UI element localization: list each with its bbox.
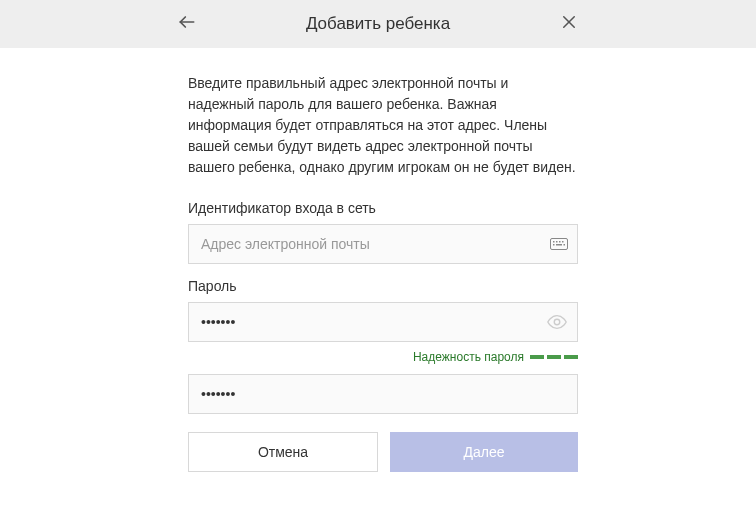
next-button[interactable]: Далее: [390, 432, 578, 472]
password-confirm-field[interactable]: [188, 374, 578, 414]
eye-icon[interactable]: [546, 311, 568, 333]
email-input-wrap: [188, 224, 578, 264]
password-field[interactable]: [188, 302, 578, 342]
svg-rect-8: [553, 244, 555, 246]
intro-text: Введите правильный адрес электронной поч…: [188, 73, 578, 178]
password-confirm-wrap: [188, 374, 578, 414]
dialog-title: Добавить ребенка: [20, 14, 736, 34]
close-button[interactable]: [557, 12, 581, 36]
svg-rect-5: [556, 241, 558, 243]
svg-point-11: [554, 319, 560, 325]
close-icon: [560, 13, 578, 35]
password-strength-bars: [530, 355, 578, 359]
arrow-left-icon: [177, 12, 197, 36]
password-strength: Надежность пароля: [188, 350, 578, 364]
password-input-wrap: [188, 302, 578, 342]
keyboard-icon[interactable]: [550, 238, 568, 250]
cancel-button[interactable]: Отмена: [188, 432, 378, 472]
password-strength-label: Надежность пароля: [413, 350, 524, 364]
svg-rect-4: [553, 241, 555, 243]
svg-rect-7: [562, 241, 564, 243]
svg-rect-9: [556, 244, 562, 246]
email-label: Идентификатор входа в сеть: [188, 200, 578, 216]
back-button[interactable]: [175, 12, 199, 36]
button-row: Отмена Далее: [188, 432, 578, 472]
svg-rect-10: [564, 244, 566, 246]
email-field[interactable]: [188, 224, 578, 264]
dialog-content: Введите правильный адрес электронной поч…: [188, 48, 578, 497]
dialog-header: Добавить ребенка: [0, 0, 756, 48]
svg-rect-6: [559, 241, 561, 243]
password-label: Пароль: [188, 278, 578, 294]
